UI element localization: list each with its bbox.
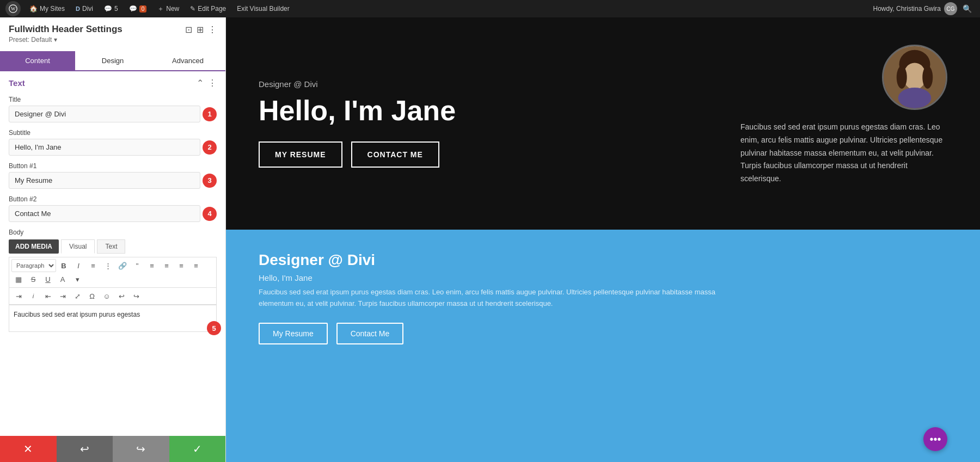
bold-button[interactable]: B [57,259,71,272]
fullscreen-button[interactable]: ⤢ [70,289,84,303]
comment-icon-2: 💬 [129,5,137,13]
quote-button[interactable]: " [130,259,144,272]
home-icon: 🏠 [29,5,38,13]
panel-actions: ✕ ↩ ↪ ✓ [0,436,225,462]
bullet-list-button[interactable]: ≡ [86,259,100,272]
comments-badge[interactable]: 💬 0 [125,0,151,17]
subtitle-input[interactable] [9,139,200,156]
color-dropdown-button[interactable]: ▾ [70,273,84,286]
align-right-button[interactable]: ≡ [174,259,188,272]
title-badge: 1 [203,107,217,121]
button1-input[interactable] [9,172,200,189]
comments-menu[interactable]: 💬 5 [100,0,122,17]
panel-body: Text ⌃ ⋮ Title 1 Subtitle 2 [0,71,225,436]
italic-small-button[interactable]: i [26,289,40,303]
add-media-button[interactable]: ADD MEDIA [9,239,59,254]
tab-advanced[interactable]: Advanced [150,51,225,70]
visual-tab[interactable]: Visual [61,239,95,254]
panel-icon-layout[interactable]: ⊞ [197,24,204,35]
panel-header: Fullwidth Header Settings ⊡ ⊞ ⋮ Preset: … [0,17,225,47]
tab-design[interactable]: Design [75,51,150,70]
panel-title: Fullwidth Header Settings [9,24,122,35]
subtitle-field-group: Subtitle 2 [0,126,225,159]
new-menu[interactable]: ＋ New [153,0,183,17]
panel-icon-resize[interactable]: ⊡ [185,24,192,35]
section-more-icon[interactable]: ⋮ [208,78,217,88]
indent-more-button[interactable]: ⇥ [56,289,70,303]
svg-text:W: W [11,6,16,11]
button2-input[interactable] [9,205,200,222]
divi-menu[interactable]: D Divi [71,0,97,17]
body-label: Body [9,229,217,236]
subtitle-label: Subtitle [9,129,217,137]
format-select[interactable]: Paragraph [11,259,56,272]
divi-icon: D [76,5,80,12]
align-justify-button[interactable]: ≡ [189,259,203,272]
button2-label: Button #2 [9,195,217,203]
hero-title: Hello, I'm Jane [259,95,719,126]
title-input[interactable] [9,106,200,122]
number-list-button[interactable]: ⋮ [101,259,115,272]
emoji-button[interactable]: ☺ [100,289,114,303]
wp-logo[interactable]: W [5,1,21,16]
redo-icon: ↪ [136,442,145,455]
dots-icon: ••• [929,433,941,446]
hero-section: Designer @ Divi Hello, I'm Jane MY RESUM… [226,17,980,230]
hero-btn-contact[interactable]: CONTACT ME [351,141,439,168]
preview-btn-contact[interactable]: Contact Me [336,323,404,344]
save-button[interactable]: ✓ [169,436,226,462]
plus-icon: ＋ [157,4,164,14]
preview-blue-section: Designer @ Divi Hello, I'm Jane Faucibus… [226,230,980,462]
undo-button[interactable]: ↩ [57,436,113,462]
italic-button[interactable]: I [71,259,85,272]
save-icon: ✓ [193,442,202,455]
title-field-group: Title 1 [0,93,225,126]
hero-buttons: MY RESUME CONTACT ME [259,141,719,168]
admin-bar: W 🏠 My Sites D Divi 💬 5 💬 0 ＋ New ✎ Edit… [0,0,980,17]
special-char-button[interactable]: Ω [85,289,99,303]
text-section-title: Text [9,78,25,88]
redo-editor-button[interactable]: ↪ [129,289,143,303]
editor-content[interactable]: Faucibus sed sed erat ipsum purus egesta… [9,305,217,332]
outdent-button[interactable]: ⇤ [41,289,55,303]
text-color-button[interactable]: A [56,273,70,286]
button2-badge: 4 [203,207,217,221]
comment-icon: 💬 [104,5,112,13]
strikethrough-button[interactable]: S [26,273,40,286]
redo-button[interactable]: ↪ [113,436,169,462]
panel-tabs: Content Design Advanced [0,51,225,71]
preview-btn-resume[interactable]: My Resume [259,323,328,344]
svg-point-8 [922,66,933,89]
editor-toolbar-top: ADD MEDIA Visual Text [9,239,217,254]
undo-editor-button[interactable]: ↩ [114,289,128,303]
body-badge: 5 [207,321,221,335]
align-center-button[interactable]: ≡ [160,259,174,272]
preview-designer-title: Designer @ Divi [259,251,947,269]
table-button[interactable]: ▦ [11,273,26,286]
floating-action-button[interactable]: ••• [923,427,947,451]
button1-field-group: Button #1 3 [0,159,225,192]
cancel-icon: ✕ [23,442,33,455]
hero-left: Designer @ Divi Hello, I'm Jane MY RESUM… [259,39,740,208]
search-icon[interactable]: 🔍 [959,1,975,16]
body-section: Body ADD MEDIA Visual Text Paragraph B I… [0,225,225,335]
button2-field-group: Button #2 4 [0,192,225,225]
svg-point-7 [897,66,907,89]
underline-button[interactable]: U [41,273,55,286]
my-sites-menu[interactable]: 🏠 My Sites [25,0,69,17]
link-button[interactable]: 🔗 [115,259,130,272]
edit-page-button[interactable]: ✎ Edit Page [186,0,230,17]
text-section-header: Text ⌃ ⋮ [0,71,225,93]
align-left-button[interactable]: ≡ [145,259,159,272]
section-actions: ⌃ ⋮ [197,78,217,88]
user-menu[interactable]: Howdy, Christina Gwira CG [873,2,957,15]
preview-area: Designer @ Divi Hello, I'm Jane MY RESUM… [226,17,980,462]
indent-button[interactable]: ⇥ [11,289,26,303]
text-tab[interactable]: Text [97,239,125,254]
cancel-button[interactable]: ✕ [0,436,57,462]
tab-content[interactable]: Content [0,51,75,70]
panel-icon-more[interactable]: ⋮ [208,24,217,35]
collapse-icon[interactable]: ⌃ [197,78,204,88]
exit-visual-builder-button[interactable]: Exit Visual Builder [232,0,294,17]
hero-btn-resume[interactable]: MY RESUME [259,141,342,168]
